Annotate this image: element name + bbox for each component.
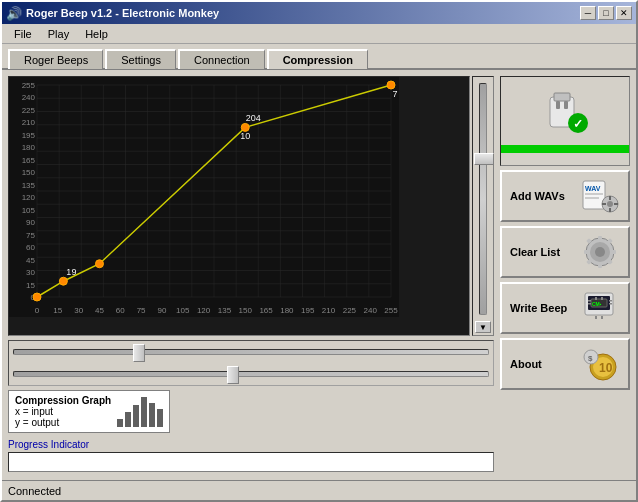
graph-title: Compression Graph <box>15 395 111 406</box>
legend-bar <box>149 403 155 427</box>
write-beep-icon: CM▪ <box>580 288 620 328</box>
svg-text:✓: ✓ <box>573 117 583 131</box>
menu-bar: File Play Help <box>2 24 636 44</box>
menu-help[interactable]: Help <box>77 26 116 42</box>
svg-rect-33 <box>609 300 612 302</box>
about-icon: 10 ¢ $ <box>580 344 620 384</box>
legend-text: Compression Graph x = input y = output <box>15 395 111 428</box>
svg-text:10: 10 <box>599 361 613 375</box>
svg-rect-1 <box>554 93 570 101</box>
svg-rect-31 <box>588 300 591 302</box>
svg-rect-9 <box>585 197 599 199</box>
tab-settings[interactable]: Settings <box>105 49 176 69</box>
minimize-button[interactable]: ─ <box>580 6 596 20</box>
usb-icon: ✓ <box>540 89 590 139</box>
clear-list-button[interactable]: Clear List <box>500 226 630 278</box>
graph-container <box>8 76 470 336</box>
legend-bar <box>141 397 147 427</box>
about-label: About <box>510 358 542 370</box>
tab-bar: Roger Beeps Settings Connection Compress… <box>2 44 636 70</box>
clear-list-icon <box>580 232 620 272</box>
svg-rect-35 <box>595 297 597 300</box>
legend-chart <box>117 397 163 427</box>
bottom-section: Compression Graph x = input y = output <box>8 390 494 433</box>
write-beep-button[interactable]: Write Beep CM▪ <box>500 282 630 334</box>
status-text: Connected <box>8 485 61 497</box>
svg-rect-19 <box>598 236 602 241</box>
graph-y-label: y = output <box>15 417 111 428</box>
svg-rect-2 <box>556 101 560 109</box>
hslider-track-2 <box>13 371 489 377</box>
main-window: 🔊 Roger Beep v1.2 - Electronic Monkey ─ … <box>0 0 638 502</box>
tab-connection[interactable]: Connection <box>178 49 265 69</box>
svg-rect-32 <box>588 303 591 305</box>
title-bar-left: 🔊 Roger Beep v1.2 - Electronic Monkey <box>6 6 219 21</box>
title-icon: 🔊 <box>6 6 22 21</box>
title-text: Roger Beep v1.2 - Electronic Monkey <box>26 7 219 19</box>
connection-status: ✓ <box>500 76 630 166</box>
add-wavs-icon: WAV <box>580 176 620 216</box>
svg-rect-20 <box>598 263 602 268</box>
hslider-thumb-2[interactable] <box>227 366 239 384</box>
svg-text:WAV: WAV <box>585 185 601 192</box>
graph-x-label: x = input <box>15 406 111 417</box>
hslider-track-1 <box>13 349 489 355</box>
legend-bar <box>157 409 163 427</box>
write-beep-label: Write Beep <box>510 302 567 314</box>
vslider-track <box>479 83 487 315</box>
legend-bar <box>117 419 123 427</box>
svg-text:$: $ <box>588 354 593 363</box>
svg-point-18 <box>595 247 605 257</box>
svg-point-11 <box>607 201 613 207</box>
tab-roger-beeps[interactable]: Roger Beeps <box>8 49 103 69</box>
menu-play[interactable]: Play <box>40 26 77 42</box>
status-bar-green <box>501 145 629 153</box>
add-wavs-label: Add WAVs <box>510 190 565 202</box>
title-buttons: ─ □ ✕ <box>580 6 632 20</box>
legend-bar <box>133 405 139 427</box>
progress-bar <box>8 452 494 472</box>
hslider-row-1 <box>13 343 489 361</box>
menu-file[interactable]: File <box>6 26 40 42</box>
add-wavs-button[interactable]: Add WAVs WAV <box>500 170 630 222</box>
title-bar: 🔊 Roger Beep v1.2 - Electronic Monkey ─ … <box>2 2 636 24</box>
hslider-thumb-1[interactable] <box>133 344 145 362</box>
svg-rect-38 <box>601 316 603 319</box>
svg-rect-21 <box>584 250 589 254</box>
horizontal-sliders <box>8 340 494 386</box>
graph-section: ▼ <box>8 76 494 474</box>
svg-rect-37 <box>595 316 597 319</box>
svg-rect-22 <box>611 250 616 254</box>
vslider-thumb[interactable] <box>474 153 494 165</box>
main-area: ▼ <box>8 76 630 474</box>
svg-rect-8 <box>585 193 603 195</box>
status-bar: Connected <box>2 480 636 500</box>
main-content: ▼ <box>2 70 636 480</box>
vertical-slider: ▼ <box>472 76 494 336</box>
svg-text:CM▪: CM▪ <box>592 301 602 307</box>
hslider-row-2 <box>13 365 489 383</box>
progress-label: Progress Indicator <box>8 439 494 450</box>
legend-box: Compression Graph x = input y = output <box>8 390 170 433</box>
progress-section: Progress Indicator <box>8 437 494 474</box>
about-button[interactable]: About 10 ¢ $ <box>500 338 630 390</box>
right-panel: ✓ Add WAVs WAV <box>500 76 630 474</box>
clear-list-label: Clear List <box>510 246 560 258</box>
svg-rect-3 <box>564 101 568 109</box>
legend-bar <box>125 412 131 427</box>
close-button[interactable]: ✕ <box>616 6 632 20</box>
tab-compression[interactable]: Compression <box>267 49 368 69</box>
svg-rect-34 <box>609 303 612 305</box>
vslider-bottom-btn[interactable]: ▼ <box>475 321 491 333</box>
compression-canvas[interactable] <box>9 77 399 317</box>
maximize-button[interactable]: □ <box>598 6 614 20</box>
svg-rect-36 <box>601 297 603 300</box>
graph-with-slider: ▼ <box>8 76 494 336</box>
